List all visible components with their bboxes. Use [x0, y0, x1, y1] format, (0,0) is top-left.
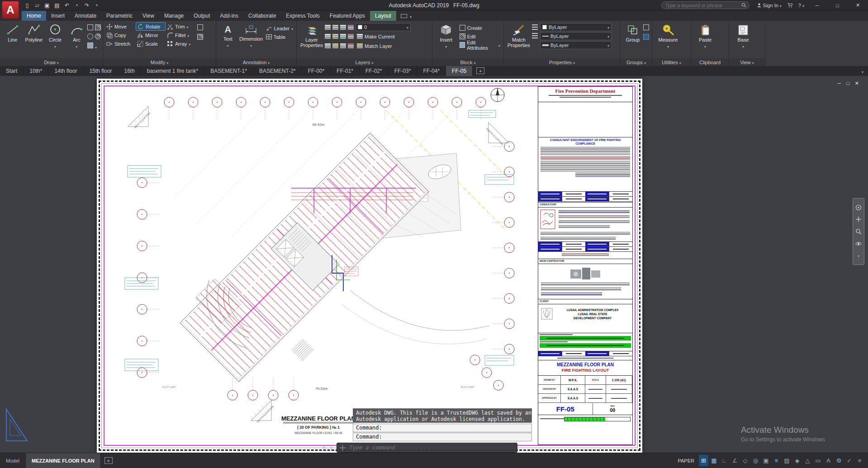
- paper-space-toggle[interactable]: PAPER: [674, 458, 698, 463]
- panel-label-groups[interactable]: Groups: [621, 58, 652, 66]
- model-tab[interactable]: Model: [0, 453, 26, 468]
- osnap-3d-icon[interactable]: ◈: [792, 455, 802, 466]
- minimize-button[interactable]: ─: [807, 0, 827, 11]
- layer-unisolate-icon[interactable]: [332, 34, 338, 39]
- maximize-button[interactable]: □: [827, 0, 848, 11]
- file-tab-basement-1-fire-tank[interactable]: basement 1 fire tank*: [141, 66, 204, 76]
- file-tab-basement-1[interactable]: BASEMENT-1*: [204, 66, 253, 76]
- layer-unlock-icon[interactable]: [340, 43, 346, 48]
- ungroup-icon[interactable]: [643, 24, 649, 30]
- customization-menu-icon[interactable]: ≡: [855, 455, 864, 466]
- layer-freeze-icon[interactable]: [332, 25, 338, 30]
- search-input[interactable]: [664, 2, 741, 9]
- ribbon-tab-featured-apps[interactable]: Featured Apps: [325, 11, 370, 21]
- polar-tracking-icon[interactable]: ∠: [730, 455, 740, 466]
- transparency-toggle-icon[interactable]: ▨: [782, 455, 792, 466]
- drawing-canvas[interactable]: WEST ELEVATION NORTH ELEVATION SOUTH ELE…: [0, 76, 868, 453]
- rectangle-tool-icon[interactable]: [87, 24, 93, 30]
- isodraft-icon[interactable]: ◇: [740, 455, 750, 466]
- file-tab-ff-04[interactable]: FF-04*: [417, 66, 446, 76]
- scale-button[interactable]: Scale: [136, 39, 166, 48]
- steering-wheel-icon[interactable]: [855, 204, 862, 211]
- layer-thaw-icon[interactable]: [332, 43, 338, 48]
- ribbon-tab-parametric[interactable]: Parametric: [101, 11, 138, 21]
- help-button[interactable]: ?: [798, 3, 804, 8]
- panel-label-view[interactable]: View: [729, 58, 765, 66]
- layer-on-icon[interactable]: [348, 34, 354, 39]
- file-tab-basement-2[interactable]: BASEMENT-2*: [253, 66, 302, 76]
- stretch-button[interactable]: Stretch: [105, 39, 136, 48]
- file-tab-ff-01[interactable]: FF-01*: [331, 66, 360, 76]
- plot-icon[interactable]: ▤: [52, 1, 62, 9]
- panel-label-draw[interactable]: Draw: [0, 58, 103, 66]
- draw-more-icon[interactable]: [95, 43, 97, 51]
- layer-state-icon[interactable]: [325, 25, 331, 30]
- open-file-icon[interactable]: ▱: [33, 1, 42, 9]
- panel-label-block[interactable]: Block: [432, 58, 503, 66]
- qat-customize-icon[interactable]: [92, 1, 101, 9]
- file-tab-16th[interactable]: 16th: [118, 66, 141, 76]
- lineweight-toggle-icon[interactable]: ≡: [772, 455, 781, 466]
- new-layout-button[interactable]: +: [104, 457, 113, 464]
- ribbon-tab-home[interactable]: Home: [22, 11, 46, 21]
- group-edit-icon[interactable]: [643, 34, 649, 40]
- ribbon-tab-addins[interactable]: Add-ins: [215, 11, 243, 21]
- viewport-restore-icon[interactable]: □: [846, 80, 849, 86]
- annotation-monitor-icon[interactable]: ✓: [844, 455, 854, 466]
- ribbon-tab-output[interactable]: Output: [189, 11, 215, 21]
- group-button[interactable]: Group: [622, 22, 643, 43]
- file-tab-ff-05[interactable]: FF-05: [446, 66, 473, 76]
- redo-icon[interactable]: ↷: [82, 1, 91, 9]
- layer-off-icon[interactable]: [348, 25, 354, 30]
- tab-overflow-icon[interactable]: [862, 67, 863, 75]
- explode-tool-icon[interactable]: [197, 34, 203, 40]
- selection-cycling-icon[interactable]: ▣: [761, 455, 771, 466]
- edit-attributes-button[interactable]: Edit Attributes: [458, 41, 502, 49]
- array-button[interactable]: Array: [166, 39, 197, 48]
- panel-label-properties[interactable]: Properties: [504, 58, 620, 66]
- ribbon-tab-manage[interactable]: Manage: [159, 11, 189, 21]
- line-button[interactable]: Line: [2, 22, 23, 43]
- circle-button[interactable]: Circle: [45, 22, 66, 49]
- trim-button[interactable]: Trim: [166, 22, 197, 31]
- layer-walk-icon[interactable]: [325, 43, 331, 48]
- ribbon-tab-layout[interactable]: Layout: [370, 11, 396, 21]
- insert-button[interactable]: Insert: [434, 22, 458, 49]
- command-close-icon[interactable]: ✕: [322, 445, 326, 451]
- gradient-tool-icon[interactable]: [95, 33, 101, 39]
- layer-isolate-icon[interactable]: [325, 34, 331, 39]
- command-input[interactable]: [348, 444, 514, 451]
- file-tab-ff-00[interactable]: FF-00*: [302, 66, 331, 76]
- help-search-field[interactable]: [661, 1, 749, 9]
- viewport-close-icon[interactable]: ✕: [855, 80, 859, 86]
- lineweight-dropdown[interactable]: ByLayer: [540, 41, 612, 49]
- grid-toggle-icon[interactable]: ⊞: [699, 455, 708, 466]
- arc-button[interactable]: Arc: [66, 22, 87, 49]
- zoom-icon[interactable]: [855, 228, 862, 235]
- measure-button[interactable]: Measure: [654, 22, 682, 49]
- snap-toggle-icon[interactable]: ▦: [709, 455, 719, 466]
- object-color-dropdown[interactable]: ByLayer: [540, 23, 612, 31]
- navigation-bar[interactable]: [853, 198, 864, 265]
- erase-tool-icon[interactable]: [197, 24, 203, 30]
- text-button[interactable]: A Text: [218, 22, 237, 48]
- paste-button[interactable]: Paste: [693, 22, 717, 49]
- layer-lock-icon[interactable]: [340, 25, 346, 30]
- sign-in-button[interactable]: Sign In: [757, 3, 782, 8]
- polyline-button[interactable]: Polyline: [23, 22, 44, 43]
- new-file-icon[interactable]: ▯: [23, 1, 32, 9]
- linetype-dropdown[interactable]: ByLayer: [540, 32, 612, 40]
- file-tab-15th-floor[interactable]: 15th floor: [83, 66, 118, 76]
- ribbon-display-icon[interactable]: [401, 14, 407, 18]
- table-button[interactable]: Table: [265, 33, 294, 41]
- layer-freeze2-icon[interactable]: [340, 34, 346, 39]
- match-layer-button[interactable]: Match Layer: [356, 42, 394, 50]
- command-input-bar[interactable]: [337, 443, 517, 453]
- pan-icon[interactable]: [855, 216, 862, 222]
- file-tab-10th[interactable]: 10th*: [24, 66, 48, 76]
- navbar-more-icon[interactable]: [858, 252, 859, 259]
- layer-delete-icon[interactable]: [348, 43, 354, 48]
- app-store-button[interactable]: [787, 3, 793, 8]
- ribbon-tab-insert[interactable]: Insert: [46, 11, 70, 21]
- ribbon-tab-collaborate[interactable]: Collaborate: [243, 11, 281, 21]
